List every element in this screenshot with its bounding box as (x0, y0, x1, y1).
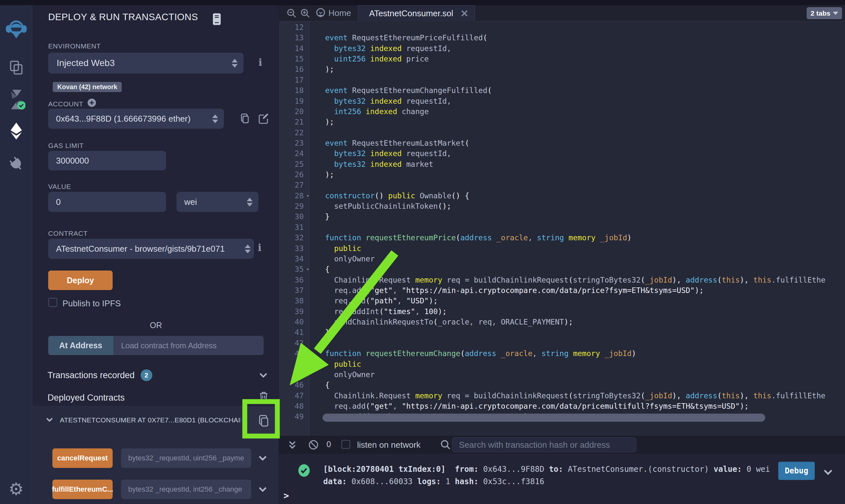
line-number: 32 (279, 233, 309, 243)
environment-select[interactable]: Injected Web3 (48, 53, 243, 73)
settings-gear-icon[interactable]: ⚙ (0, 479, 32, 499)
gas-limit-input[interactable] (48, 156, 166, 166)
code-line: 23 event RequestEthereumLastMarket( (279, 138, 845, 148)
code-line: 48 req.add("get", "https://min-api.crypt… (279, 401, 845, 411)
clear-console-icon[interactable] (308, 439, 319, 452)
plugin-icon-sidebar: ⚙ (0, 5, 32, 504)
at-address-input[interactable] (113, 341, 264, 350)
function-expand-chevron-icon[interactable] (257, 484, 268, 496)
tab-active-file[interactable]: ATestnetConsumer.sol ✕ (358, 5, 475, 21)
code-line: 39 req.addInt("times", 100); (279, 306, 845, 317)
code-line: 16 ); (279, 64, 845, 74)
line-number: 25 (279, 159, 309, 169)
debug-button[interactable]: Debug (778, 462, 815, 480)
line-number: 15 (279, 54, 309, 64)
expand-terminal-icon[interactable] (287, 439, 298, 452)
line-number: 33 (279, 243, 309, 254)
line-number: 46 (279, 380, 309, 390)
line-number: 45 (279, 370, 309, 380)
code-line: 33 public (279, 243, 845, 254)
fold-marker-icon[interactable]: ▾ (306, 264, 309, 274)
function-button-cancelrequest[interactable]: cancelRequest (52, 448, 113, 468)
line-number: 22 (279, 127, 309, 138)
search-icon (440, 439, 451, 452)
add-account-icon[interactable] (87, 98, 96, 109)
publish-ipfs-checkbox[interactable] (48, 298, 57, 307)
line-number: 26 (279, 169, 309, 180)
code-line: 26 ); (279, 169, 845, 180)
clear-deployed-trash-icon[interactable] (258, 390, 270, 403)
contract-value: ATestnetConsumer - browser/gists/9b71e07… (56, 244, 225, 254)
line-number: 21 (279, 117, 309, 127)
code-line: 32 function requestEthereumPrice(address… (279, 233, 845, 243)
home-tab-icon[interactable] (315, 7, 326, 20)
line-number: 34 (279, 254, 309, 264)
at-address-button[interactable]: At Address (48, 336, 113, 355)
line-number: 48 (279, 401, 309, 411)
select-arrows-icon (245, 245, 254, 253)
line-number: 17 (279, 75, 309, 85)
contract-info-icon[interactable]: i (258, 242, 261, 253)
line-number: 23 (279, 138, 309, 148)
terminal-search-input[interactable] (452, 440, 636, 450)
function-params-input[interactable] (121, 485, 251, 493)
editor-region: Home ATestnetConsumer.sol ✕ 2 tabs 1213 … (279, 5, 845, 504)
log-expand-chevron-icon[interactable] (822, 466, 834, 479)
function-expand-chevron-icon[interactable] (257, 452, 268, 465)
file-explorer-icon[interactable] (0, 59, 32, 76)
line-number: 13 (279, 33, 309, 43)
copy-account-icon[interactable] (239, 112, 251, 126)
account-value: 0x643...9F88D (1.666673996 ether) (56, 114, 190, 124)
tabs-count-dropdown[interactable]: 2 tabs (807, 7, 842, 19)
code-editor[interactable]: 1213 event RequestEthereumPriceFulfilled… (279, 21, 845, 436)
tab-home[interactable]: Home (328, 8, 351, 18)
deployed-contracts-label: Deployed Contracts (48, 393, 125, 403)
edit-account-icon[interactable] (257, 112, 270, 126)
fold-marker-icon[interactable]: ▾ (306, 191, 309, 201)
line-number: 36 (279, 275, 309, 285)
remix-logo[interactable] (0, 18, 32, 40)
listen-network-checkbox[interactable] (342, 440, 350, 449)
function-params-input[interactable] (121, 454, 251, 462)
zoom-out-icon[interactable] (286, 8, 297, 20)
tx-log-text: [block:20780401 txIndex:0] from: 0x643..… (323, 463, 775, 488)
deployed-contract-row[interactable]: ATESTNETCONSUMER AT 0X7E7...E80D1 (BLOCK… (45, 415, 241, 425)
deploy-button[interactable]: Deploy (48, 271, 113, 290)
line-number: 19 (279, 96, 309, 106)
close-tab-icon[interactable]: ✕ (460, 8, 468, 19)
publish-ipfs-label: Publish to IPFS (63, 299, 121, 309)
transactions-count-badge: 2 (141, 370, 152, 381)
horizontal-scrollbar[interactable] (323, 414, 765, 422)
transactions-chevron-icon[interactable] (258, 370, 269, 382)
code-line: 12 (279, 22, 845, 33)
code-line: 13 event RequestEthereumPriceFulfilled( (279, 33, 845, 43)
code-line: 28▾ constructor() public Ownable() { (279, 191, 845, 201)
plugin-manager-icon[interactable] (0, 147, 34, 180)
contract-expand-chevron-icon[interactable] (45, 415, 54, 425)
contract-select[interactable]: ATestnetConsumer - browser/gists/9b71e07… (48, 239, 254, 259)
code-line: 46 { (279, 380, 845, 390)
select-arrows-icon (212, 114, 224, 123)
transactions-recorded-row[interactable]: Transactions recorded 2 (48, 370, 152, 381)
deploy-run-icon[interactable] (0, 122, 32, 141)
value-input[interactable] (48, 197, 166, 207)
value-unit-select[interactable]: wei (176, 192, 258, 212)
code-lines: 1213 event RequestEthereumPriceFulfilled… (279, 22, 845, 422)
code-line: 43 function requestEthereumChange(addres… (279, 348, 845, 359)
solidity-compiler-icon[interactable] (0, 89, 32, 110)
terminal-prompt[interactable]: > (283, 490, 289, 501)
gas-limit-input-wrap (48, 151, 166, 170)
code-line: 35▾ { (279, 264, 845, 274)
copy-address-icon[interactable] (257, 414, 272, 430)
environment-info-icon[interactable]: i (258, 57, 262, 68)
function-button-fulfillethereumchange[interactable]: fulfillEthereumC... (52, 480, 113, 499)
account-label: ACCOUNT (48, 100, 83, 108)
zoom-in-icon[interactable] (300, 8, 311, 20)
line-number: 18 (279, 85, 309, 95)
account-select[interactable]: 0x643...9F88D (1.666673996 ether) (48, 109, 224, 129)
docs-icon[interactable] (211, 12, 223, 27)
code-line: 24 bytes32 indexed requestId, (279, 148, 845, 159)
at-address-input-wrap (113, 336, 264, 355)
line-number: 14 (279, 43, 309, 54)
code-line: 21 ); (279, 117, 845, 127)
